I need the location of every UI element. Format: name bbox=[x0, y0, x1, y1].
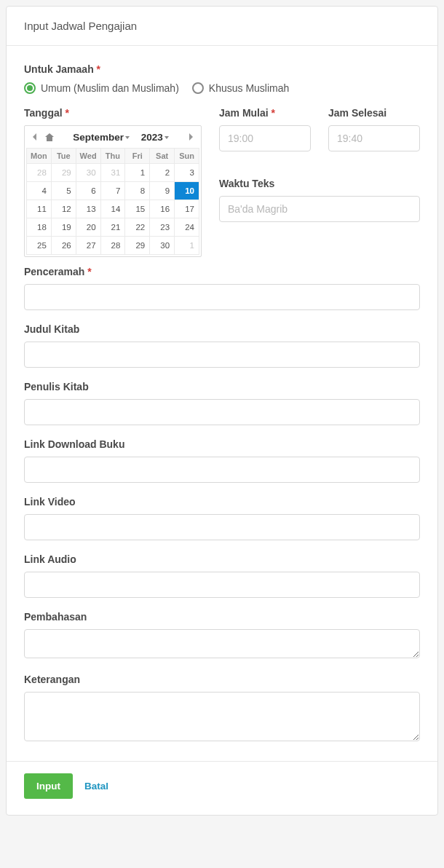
cal-dow: Thu bbox=[100, 149, 125, 164]
cal-day[interactable]: 8 bbox=[125, 182, 150, 200]
cal-day[interactable]: 27 bbox=[76, 237, 100, 255]
link-download-label: Link Download Buku bbox=[24, 438, 420, 450]
cal-day[interactable]: 20 bbox=[76, 218, 100, 237]
cal-day[interactable]: 28 bbox=[100, 237, 125, 255]
cancel-button[interactable]: Batal bbox=[76, 773, 117, 799]
cal-title: September 2023 bbox=[58, 132, 183, 143]
cal-day[interactable]: 21 bbox=[100, 218, 125, 237]
penceramah-label: Penceramah * bbox=[24, 266, 420, 277]
cal-day[interactable]: 9 bbox=[150, 182, 175, 200]
cal-day[interactable]: 29 bbox=[125, 237, 150, 255]
keterangan-input[interactable] bbox=[24, 692, 420, 741]
cal-day[interactable]: 1 bbox=[175, 237, 199, 255]
judul-kitab-input[interactable] bbox=[24, 342, 420, 368]
cal-prev-button[interactable] bbox=[29, 131, 41, 143]
penceramah-group: Penceramah * bbox=[24, 266, 420, 310]
cal-day[interactable]: 30 bbox=[76, 164, 100, 182]
radio-muslimah[interactable]: Khusus Muslimah bbox=[192, 82, 290, 94]
cal-day[interactable]: 13 bbox=[76, 200, 100, 218]
cal-day[interactable]: 7 bbox=[100, 182, 125, 200]
keterangan-label: Keterangan bbox=[24, 674, 420, 685]
form-card: Input Jadwal Pengajian Untuk Jamaah * Um… bbox=[6, 6, 438, 816]
cal-day[interactable]: 1 bbox=[125, 164, 150, 182]
judul-kitab-group: Judul Kitab bbox=[24, 323, 420, 368]
calendar: September 2023 MonTueWedThuFriSatSun 282… bbox=[24, 125, 202, 257]
cal-day[interactable]: 18 bbox=[27, 218, 52, 237]
link-audio-input[interactable] bbox=[24, 572, 420, 598]
jamaah-group: Untuk Jamaah * Umum (Muslim dan Muslimah… bbox=[24, 63, 420, 94]
cal-dow: Sat bbox=[150, 149, 175, 164]
pembahasan-input[interactable] bbox=[24, 629, 420, 658]
cal-year-button[interactable]: 2023 bbox=[141, 132, 169, 143]
cal-day[interactable]: 23 bbox=[150, 218, 175, 237]
cal-day[interactable]: 4 bbox=[27, 182, 52, 200]
cal-day[interactable]: 6 bbox=[76, 182, 100, 200]
tanggal-label: Tanggal * bbox=[24, 107, 202, 119]
link-video-input[interactable] bbox=[24, 514, 420, 540]
cal-day[interactable]: 31 bbox=[100, 164, 125, 182]
jam-selesai-label: Jam Selesai bbox=[328, 107, 420, 119]
jam-mulai-input[interactable] bbox=[219, 125, 311, 151]
cal-day[interactable]: 17 bbox=[175, 200, 199, 218]
cal-dow: Mon bbox=[27, 149, 52, 164]
pembahasan-group: Pembahasan bbox=[24, 611, 420, 660]
waktu-teks-group: Waktu Teks bbox=[219, 178, 420, 222]
cal-day[interactable]: 11 bbox=[27, 200, 52, 218]
chevron-down-icon bbox=[125, 136, 130, 139]
link-audio-label: Link Audio bbox=[24, 553, 420, 565]
card-footer: Input Batal bbox=[7, 761, 437, 815]
cal-day[interactable]: 10 bbox=[175, 182, 199, 200]
cal-next-button[interactable] bbox=[185, 131, 197, 143]
cal-day[interactable]: 30 bbox=[150, 237, 175, 255]
jam-mulai-label: Jam Mulai * bbox=[219, 107, 311, 119]
cal-dow: Sun bbox=[175, 149, 199, 164]
calendar-header: September 2023 bbox=[26, 129, 199, 148]
jam-mulai-group: Jam Mulai * bbox=[219, 107, 311, 151]
link-audio-group: Link Audio bbox=[24, 553, 420, 598]
link-video-label: Link Video bbox=[24, 496, 420, 508]
cal-day[interactable]: 25 bbox=[27, 237, 52, 255]
cal-dow: Tue bbox=[51, 149, 76, 164]
card-body: Untuk Jamaah * Umum (Muslim dan Muslimah… bbox=[7, 46, 437, 761]
waktu-teks-input[interactable] bbox=[219, 196, 420, 222]
judul-kitab-label: Judul Kitab bbox=[24, 323, 420, 335]
cal-day[interactable]: 26 bbox=[51, 237, 76, 255]
penulis-kitab-input[interactable] bbox=[24, 399, 420, 425]
radio-dot-icon bbox=[24, 82, 36, 94]
cal-day[interactable]: 15 bbox=[125, 200, 150, 218]
radio-dot-icon bbox=[192, 82, 204, 94]
cal-dow: Wed bbox=[76, 149, 100, 164]
cal-day[interactable]: 28 bbox=[27, 164, 52, 182]
pembahasan-label: Pembahasan bbox=[24, 611, 420, 623]
cal-day[interactable]: 14 bbox=[100, 200, 125, 218]
tanggal-group: Tanggal * September 2023 bbox=[24, 107, 202, 257]
cal-day[interactable]: 29 bbox=[51, 164, 76, 182]
cal-dow: Fri bbox=[125, 149, 150, 164]
cal-day[interactable]: 12 bbox=[51, 200, 76, 218]
link-download-input[interactable] bbox=[24, 457, 420, 483]
date-time-row: Tanggal * September 2023 bbox=[24, 107, 420, 257]
keterangan-group: Keterangan bbox=[24, 674, 420, 743]
cal-day[interactable]: 5 bbox=[51, 182, 76, 200]
required-star: * bbox=[97, 63, 100, 75]
cal-day[interactable]: 2 bbox=[150, 164, 175, 182]
radio-umum[interactable]: Umum (Muslim dan Muslimah) bbox=[24, 82, 179, 94]
jam-selesai-input[interactable] bbox=[328, 125, 420, 151]
link-download-group: Link Download Buku bbox=[24, 438, 420, 483]
submit-button[interactable]: Input bbox=[24, 773, 73, 799]
penulis-kitab-label: Penulis Kitab bbox=[24, 381, 420, 392]
cal-day[interactable]: 19 bbox=[51, 218, 76, 237]
waktu-teks-label: Waktu Teks bbox=[219, 178, 420, 189]
penceramah-input[interactable] bbox=[24, 284, 420, 310]
cal-day[interactable]: 3 bbox=[175, 164, 199, 182]
cal-day[interactable]: 22 bbox=[125, 218, 150, 237]
card-header: Input Jadwal Pengajian bbox=[7, 7, 437, 46]
jamaah-label: Untuk Jamaah * bbox=[24, 63, 420, 75]
jam-selesai-group: Jam Selesai bbox=[328, 107, 420, 151]
home-icon bbox=[45, 133, 54, 141]
cal-today-button[interactable] bbox=[42, 130, 57, 143]
cal-day[interactable]: 16 bbox=[150, 200, 175, 218]
cal-day[interactable]: 24 bbox=[175, 218, 199, 237]
cal-month-button[interactable]: September bbox=[73, 132, 130, 143]
link-video-group: Link Video bbox=[24, 496, 420, 540]
